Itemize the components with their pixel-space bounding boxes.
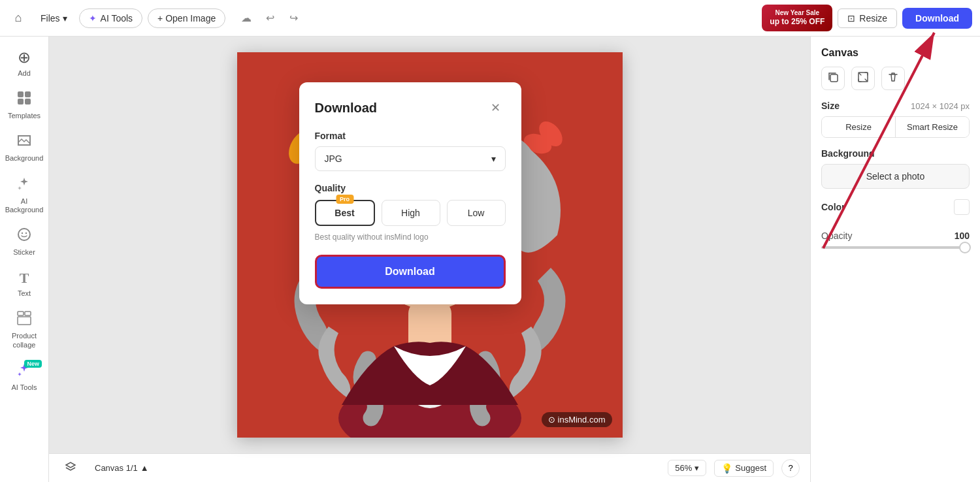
sidebar: ⊕ Add Templates Background xyxy=(0,37,49,482)
download-panel-label: Download xyxy=(385,266,434,277)
new-year-line1: New Year Sale xyxy=(775,8,819,17)
right-panel-title: Canvas xyxy=(821,47,970,59)
canvas-area: ⊙ insMind.com Download ✕ Format JPG ▾ Qu xyxy=(49,37,810,482)
open-image-label: + Open Image xyxy=(157,13,216,24)
resize-label: Resize xyxy=(859,13,887,24)
sidebar-item-product-collage[interactable]: Product collage xyxy=(0,304,48,355)
ai-sparkle-icon: ✦ xyxy=(89,13,97,24)
canvas-copy-button[interactable] xyxy=(821,67,845,90)
color-swatch[interactable] xyxy=(954,199,970,215)
smart-resize-button[interactable]: Smart Resize xyxy=(896,117,969,137)
suggest-label: Suggest xyxy=(735,463,766,473)
redo-icon: ↪ xyxy=(289,12,298,24)
canvas-actions xyxy=(821,67,970,90)
new-badge: New xyxy=(24,360,42,368)
canvas-chevron-icon: ▲ xyxy=(140,463,149,473)
close-icon: ✕ xyxy=(491,101,500,115)
format-value: JPG xyxy=(325,153,342,164)
sidebar-item-text[interactable]: T Text xyxy=(0,263,48,304)
canvas-content: ⊙ insMind.com Download ✕ Format JPG ▾ Qu xyxy=(49,37,810,453)
suggest-button[interactable]: 💡 Suggest xyxy=(714,460,774,477)
sidebar-item-add[interactable]: ⊕ Add xyxy=(0,42,48,84)
quality-best-label: Best xyxy=(335,208,354,218)
ai-tools-label: AI Tools xyxy=(101,13,133,24)
sidebar-item-background[interactable]: Background xyxy=(0,127,48,169)
background-icon xyxy=(17,133,31,152)
download-top-button[interactable]: Download xyxy=(902,8,972,29)
sticker-icon xyxy=(17,227,31,246)
quality-high-label: High xyxy=(401,208,420,218)
size-value: 1024 × 1024 px xyxy=(911,101,970,111)
canvas-label[interactable]: Canvas 1/1 ▲ xyxy=(90,460,154,475)
copy-icon xyxy=(827,71,839,86)
help-icon: ? xyxy=(788,463,792,473)
size-header: Size 1024 × 1024 px xyxy=(821,101,970,111)
quality-best-button[interactable]: Pro Best xyxy=(315,200,375,226)
templates-icon xyxy=(17,91,31,109)
cloud-icon: ☁ xyxy=(241,12,252,24)
quality-options: Pro Best High Low xyxy=(315,200,506,226)
sidebar-ai-tools-label: AI Tools xyxy=(12,383,37,392)
opacity-slider-track[interactable] xyxy=(821,246,970,249)
svg-point-5 xyxy=(22,233,23,234)
sidebar-add-label: Add xyxy=(18,69,31,78)
delete-icon xyxy=(887,71,899,86)
format-chevron-icon: ▾ xyxy=(491,153,496,164)
select-photo-button[interactable]: Select a photo xyxy=(821,164,970,189)
canvas-delete-button[interactable] xyxy=(881,67,905,90)
redo-button[interactable]: ↪ xyxy=(283,8,304,29)
opacity-label: Opacity xyxy=(821,231,852,241)
layers-button[interactable] xyxy=(59,458,82,477)
sidebar-text-label: Text xyxy=(18,289,31,298)
resize-size-button[interactable]: Resize xyxy=(822,117,896,137)
zoom-chevron-icon: ▾ xyxy=(694,463,699,473)
download-panel-button[interactable]: Download xyxy=(315,255,506,289)
home-button[interactable]: ⌂ xyxy=(8,8,29,29)
svg-rect-1 xyxy=(25,91,31,97)
sidebar-item-ai-tools[interactable]: New AI Tools xyxy=(0,356,48,398)
svg-rect-9 xyxy=(18,317,31,325)
sidebar-item-ai-background[interactable]: AI Background xyxy=(0,170,48,221)
quality-low-label: Low xyxy=(468,208,485,218)
panel-header: Download ✕ xyxy=(315,98,506,118)
sidebar-item-templates[interactable]: Templates xyxy=(0,84,48,127)
zoom-control[interactable]: 56% ▾ xyxy=(668,460,706,476)
new-year-banner[interactable]: New Year Sale up to 25% OFF xyxy=(762,5,832,31)
size-section: Size 1024 × 1024 px Resize Smart Resize xyxy=(821,101,970,138)
opacity-slider-thumb[interactable] xyxy=(959,242,971,253)
sidebar-background-label: Background xyxy=(5,154,44,163)
add-icon: ⊕ xyxy=(18,48,31,67)
panel-close-button[interactable]: ✕ xyxy=(486,98,506,118)
resize-action-icon xyxy=(857,71,869,86)
panel-title: Download xyxy=(315,101,378,116)
format-select[interactable]: JPG ▾ xyxy=(315,146,506,171)
canvas-bottombar: Canvas 1/1 ▲ 56% ▾ 💡 Suggest ? xyxy=(49,453,810,482)
svg-rect-3 xyxy=(25,99,31,104)
ai-tools-button[interactable]: ✦ AI Tools xyxy=(79,8,143,28)
zoom-value: 56% xyxy=(675,463,692,473)
opacity-header: Opacity 100 xyxy=(821,231,970,241)
color-header: Color xyxy=(821,199,970,215)
open-image-button[interactable]: + Open Image xyxy=(148,8,225,28)
download-top-label: Download xyxy=(915,13,959,24)
watermark: ⊙ insMind.com xyxy=(542,412,612,427)
resize-size-label: Resize xyxy=(845,122,872,132)
quality-label: Quality xyxy=(315,183,506,193)
canvas-resize-action-button[interactable] xyxy=(851,67,875,90)
pro-badge: Pro xyxy=(336,195,353,204)
cloud-button[interactable]: ☁ xyxy=(236,8,257,29)
layers-icon xyxy=(65,461,76,475)
size-label: Size xyxy=(821,101,840,111)
sidebar-ai-background-label: AI Background xyxy=(3,197,46,214)
sidebar-item-sticker[interactable]: Sticker xyxy=(0,221,48,263)
quality-high-button[interactable]: High xyxy=(382,200,440,226)
undo-button[interactable]: ↩ xyxy=(259,8,280,29)
help-button[interactable]: ? xyxy=(781,459,800,477)
quality-desc: Best quality without insMind logo xyxy=(315,233,506,242)
smart-resize-label: Smart Resize xyxy=(907,122,958,132)
files-label: Files xyxy=(41,13,60,24)
color-label: Color xyxy=(821,202,845,212)
resize-button[interactable]: ⊡ Resize xyxy=(838,8,897,28)
files-button[interactable]: Files ▾ xyxy=(34,9,74,27)
quality-low-button[interactable]: Low xyxy=(447,200,506,226)
